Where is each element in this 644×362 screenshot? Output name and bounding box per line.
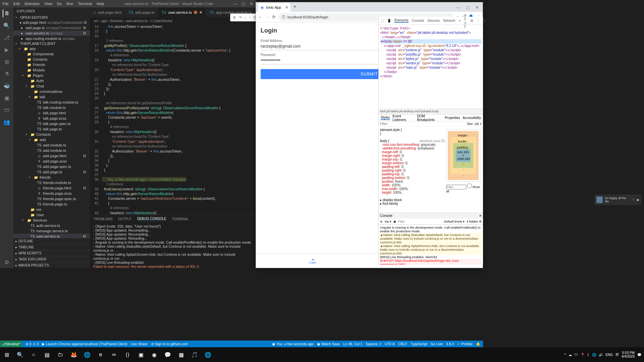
styles-tab[interactable]: Accessibility: [463, 116, 481, 120]
prettier[interactable]: ✓ Prettier: [457, 342, 473, 346]
tree-item[interactable]: TSuser.service.tsM: [13, 234, 90, 238]
tree-item[interactable]: ▾📁Pages: [13, 73, 90, 78]
tree-item[interactable]: 📁Models: [13, 67, 90, 73]
chrome2-icon[interactable]: 🌐: [201, 348, 215, 361]
section-timeline[interactable]: ▸TIMELINE: [13, 244, 90, 250]
watch-sass[interactable]: ◉ Watch Sass: [317, 342, 340, 346]
encoding[interactable]: UTF-8: [385, 342, 395, 346]
notifications-icon[interactable]: 💬: [637, 353, 641, 357]
dock-menu-icon[interactable]: ⋮: [477, 19, 480, 22]
tree-item[interactable]: ◇add.page.htmlM: [13, 153, 90, 159]
scm-icon[interactable]: ⎇: [3, 34, 11, 42]
tree-item[interactable]: 📁conversations: [13, 89, 90, 94]
close-devtools-icon[interactable]: ✕: [483, 19, 486, 22]
problems[interactable]: ⊘ 0 ⚠ 0: [25, 342, 39, 346]
chrome-icon[interactable]: 🌐: [80, 348, 94, 361]
tree-item[interactable]: 📁Friends: [13, 62, 90, 67]
computed-filter[interactable]: [446, 185, 466, 189]
tab[interactable]: ◇add.page.html: [90, 7, 125, 17]
menu-edit[interactable]: Edit: [13, 2, 20, 6]
forward-icon[interactable]: →: [265, 14, 269, 19]
tree-item[interactable]: ▾📁friends: [13, 175, 90, 180]
dom-tree[interactable]: <!doctype html> <html lang="en" class="p…: [379, 25, 483, 109]
search-icon[interactable]: 🔍: [13, 348, 27, 361]
tree-item[interactable]: TSadd.module.ts: [13, 148, 90, 153]
app-icon[interactable]: ▦: [174, 348, 188, 361]
github-signin[interactable]: ⊘ Sign in to github.com: [151, 342, 188, 346]
close-icon[interactable]: ✕: [250, 2, 253, 6]
bt-icon[interactable]: ᛒ: [587, 353, 589, 357]
style-rules[interactable]: element.style {} body { structure.scss:3…: [380, 128, 445, 211]
tree-item[interactable]: 📁me: [13, 207, 90, 212]
open-file[interactable]: ●add.page.html src/app/Contacts/addM: [13, 20, 90, 25]
tab-more-icon[interactable]: »: [459, 19, 461, 22]
tree-item[interactable]: TSfriends.page.ts: [13, 201, 90, 207]
hidden-count[interactable]: 4 hidden ⚙: [467, 220, 482, 223]
new-tab-icon[interactable]: +: [293, 4, 296, 10]
remote-icon[interactable]: ▣: [3, 94, 11, 102]
tree-item[interactable]: ▾📁Chat: [13, 83, 90, 89]
reload-icon[interactable]: ⟳: [272, 14, 276, 19]
open-file[interactable]: ●user.service.ts src/appM: [13, 31, 90, 36]
branch[interactable]: ⎇ develop*: [0, 341, 22, 347]
max-icon[interactable]: ▢: [242, 2, 245, 6]
tree-item[interactable]: TSmessage.service.ts: [13, 228, 90, 234]
menu-terminal[interactable]: Terminal: [78, 2, 92, 6]
settings-icon[interactable]: ⚙: [470, 19, 473, 22]
edge-icon[interactable]: e: [94, 348, 107, 361]
search-icon[interactable]: 🔍: [3, 21, 11, 29]
tree-item[interactable]: ▾📁Services: [13, 218, 90, 223]
tree-item[interactable]: TSfriends.module.ts: [13, 180, 90, 185]
now-playing[interactable]: be happy all the life ♡ ▶: [594, 194, 641, 205]
tree-item[interactable]: TSfriends.page.spec.ts: [13, 196, 90, 201]
box-model[interactable]: margin -border -padding -641.333 × 1095.…: [446, 129, 480, 182]
tree-item[interactable]: ◇friends.page.htmlM: [13, 185, 90, 191]
like-icon[interactable]: ♡: [632, 198, 635, 201]
console-drawer-title[interactable]: Console: [380, 214, 392, 218]
extensions-icon[interactable]: ⊞: [3, 58, 11, 66]
bell-icon[interactable]: 🔔: [476, 342, 480, 346]
explorer-icon[interactable]: 🗀: [54, 348, 67, 361]
hov-toggle[interactable]: :hov: [467, 122, 473, 126]
step-out-icon[interactable]: ↑: [249, 15, 251, 19]
show-all-check[interactable]: [467, 184, 472, 188]
tree-item[interactable]: TStalk.page.spec.ts: [13, 121, 90, 126]
tab[interactable]: TSadd.page.ts: [125, 7, 158, 17]
tree-item[interactable]: ◇talk.page.html: [13, 110, 90, 116]
section-task-explorer[interactable]: ▸TASK EXPLORER: [13, 256, 90, 262]
tree-item[interactable]: #talk.page.scss: [13, 116, 90, 121]
tab-elements[interactable]: Elements: [394, 18, 409, 23]
device-icon[interactable]: 📱: [387, 19, 391, 22]
styles-filter[interactable]: [380, 122, 467, 126]
close-icon[interactable]: ✕: [476, 5, 479, 10]
music-icon[interactable]: 🎵: [188, 348, 201, 361]
eol[interactable]: CRLF: [398, 342, 407, 346]
firefox-icon[interactable]: 🦊: [67, 348, 80, 361]
tray-expand-icon[interactable]: ^: [565, 353, 566, 357]
eye-icon[interactable]: ◉: [393, 220, 396, 223]
dom-breadcrumb[interactable]: html.plt-tablet.plt-desktop.md.hydrated …: [379, 109, 483, 115]
vol-icon[interactable]: 🔊: [599, 353, 603, 357]
menu-run[interactable]: Run: [66, 2, 73, 6]
ts-version[interactable]: 3.8.3: [446, 342, 454, 346]
panel-tab[interactable]: OUTPUT: [118, 217, 132, 221]
tree-item[interactable]: TSadd.page.tsM: [13, 169, 90, 175]
styles-tab[interactable]: Properties: [445, 116, 460, 120]
menu-view[interactable]: View: [44, 2, 52, 6]
open-file[interactable]: ●app-routing.module.ts src/app: [13, 36, 90, 41]
language[interactable]: TypeScript: [411, 342, 427, 346]
loc-icon[interactable]: 📍: [581, 353, 585, 357]
explorer-icon[interactable]: 🗎: [3, 9, 11, 17]
indent[interactable]: Spaces: 2: [366, 342, 381, 346]
back-icon[interactable]: ←: [258, 14, 262, 19]
go-live[interactable]: Go Live: [431, 342, 443, 346]
clock[interactable]: 5:53 PM4/4/2020: [622, 351, 635, 358]
tab-login[interactable]: ☁Login: [256, 253, 369, 268]
steam-icon[interactable]: ◉: [148, 348, 161, 361]
open-file[interactable]: ●add.page.ts src/app/Contacts/addM: [13, 25, 90, 31]
code-area[interactable]: 14 this.accessToken = accessToken;15 }16…: [90, 24, 256, 215]
task-view-icon[interactable]: ▤: [40, 348, 54, 361]
add-style-icon[interactable]: +: [480, 122, 482, 126]
liveshare-icon[interactable]: 👥: [3, 118, 11, 126]
menu-go[interactable]: Go: [57, 2, 62, 6]
